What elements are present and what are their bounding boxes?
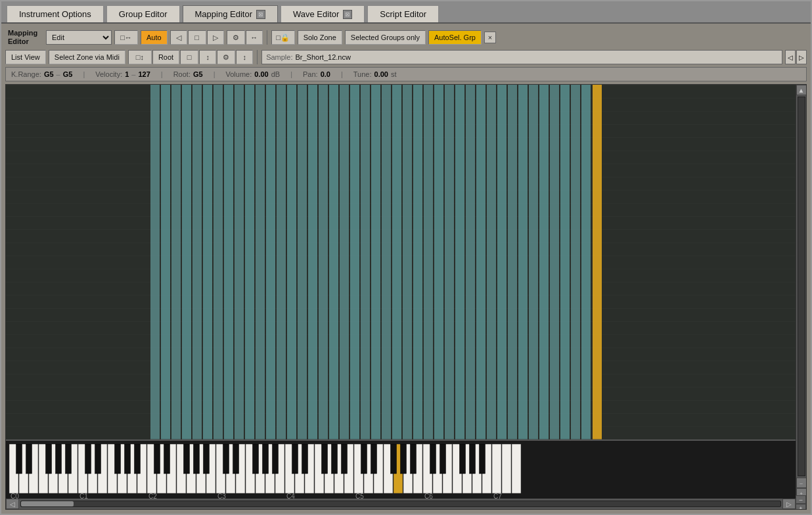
gear-v-icon[interactable]: ⚙	[217, 50, 235, 64]
zone-select-v-icon[interactable]: □	[180, 50, 198, 64]
root-value: G5	[193, 70, 203, 78]
tab-script-editor[interactable]: Script Editor	[367, 5, 439, 22]
svg-rect-98	[492, 444, 501, 493]
krange-end: G5	[63, 70, 73, 78]
zone-blocks	[150, 85, 602, 439]
v-scroll-track[interactable]	[798, 97, 805, 476]
solo-zone-button[interactable]: Solo Zone	[298, 30, 342, 45]
arrow-right-icon[interactable]: ▷	[207, 30, 224, 45]
content-area: MappingEditor Edit □↔ Auto ◁ □ ▷ ⚙ ↔ □🔒	[1, 24, 811, 514]
svg-rect-44	[560, 85, 570, 439]
svg-rect-40	[518, 85, 528, 439]
svg-rect-135	[480, 444, 485, 474]
scroll-down-button[interactable]: –	[796, 478, 807, 488]
svg-rect-103	[46, 444, 52, 474]
tab-group-editor-label: Group Editor	[119, 9, 168, 19]
svg-rect-33	[445, 85, 454, 439]
root-button[interactable]: Root	[152, 50, 179, 64]
gear-arrow-icon[interactable]: ↔	[246, 30, 263, 45]
tune-value: 0.00	[374, 70, 388, 78]
svg-rect-126	[361, 444, 367, 474]
svg-rect-113	[184, 444, 190, 474]
grid-area[interactable]	[6, 85, 796, 439]
piano-keyboard[interactable]: C0C1C2C3C4C5C6C7 (function() { const svg…	[6, 439, 796, 499]
svg-rect-125	[342, 444, 348, 474]
svg-rect-42	[539, 85, 549, 439]
svg-rect-28	[392, 85, 401, 439]
svg-rect-20	[308, 85, 317, 439]
stretch-vertical-icon[interactable]: □↕	[128, 50, 152, 64]
svg-rect-108	[115, 444, 121, 474]
pan-item: Pan: 0.0	[303, 70, 330, 78]
svg-rect-123	[322, 444, 328, 474]
svg-rect-10	[203, 85, 212, 439]
zoom-minus-button[interactable]: –	[796, 495, 806, 504]
toolbar-row-1: MappingEditor Edit □↔ Auto ◁ □ ▷ ⚙ ↔ □🔒	[5, 28, 807, 47]
tab-mapping-editor[interactable]: Mapping Editor ⊠	[183, 5, 278, 22]
svg-rect-118	[253, 444, 259, 474]
svg-text:C4: C4	[286, 493, 295, 499]
tab-instrument-options[interactable]: Instrument Options	[7, 5, 104, 22]
svg-rect-37	[487, 85, 496, 439]
mapping-grid[interactable]: C0C1C2C3C4C5C6C7 (function() { const svg…	[6, 85, 796, 499]
zoom-plus-button[interactable]: +	[796, 504, 806, 510]
autosel-grp-button[interactable]: AutoSel. Grp	[428, 30, 482, 45]
scroll-left-button[interactable]: ◁	[6, 499, 19, 509]
close-button[interactable]: ×	[484, 32, 496, 43]
svg-rect-129	[401, 444, 407, 474]
v-scrollbar: ▲ – +	[796, 85, 806, 499]
h-scroll-area[interactable]: ◁ ▷	[6, 499, 796, 509]
velocity-end: 127	[138, 70, 150, 78]
sample-prev-button[interactable]: ◁	[785, 50, 796, 64]
velocity-dash: –	[131, 70, 135, 78]
pan-value: 0.0	[321, 70, 330, 78]
scroll-right-button[interactable]: ▷	[782, 499, 796, 509]
svg-rect-43	[550, 85, 559, 439]
gear-arrow-v-icon[interactable]: ↕	[236, 50, 253, 64]
edit-dropdown[interactable]: Edit	[46, 30, 112, 45]
svg-rect-26	[371, 85, 380, 439]
svg-rect-100	[512, 444, 521, 493]
svg-rect-9	[192, 85, 202, 439]
svg-rect-116	[223, 444, 229, 474]
select-zone-midi-button[interactable]: Select Zone via Midi	[49, 50, 125, 64]
svg-rect-101	[16, 444, 22, 474]
svg-rect-14	[245, 85, 254, 439]
svg-rect-134	[470, 444, 476, 474]
svg-rect-8	[182, 85, 191, 439]
svg-rect-17	[277, 85, 286, 439]
sample-name: Br_Short_12.ncw	[295, 53, 350, 61]
volume-label: Volume:	[226, 70, 252, 78]
svg-rect-36	[476, 85, 485, 439]
stretch-horizontal-icon[interactable]: □↔	[114, 30, 138, 45]
svg-rect-13	[235, 85, 244, 439]
tab-wave-editor[interactable]: Wave Editor ⊠	[281, 5, 365, 22]
svg-rect-131	[430, 444, 436, 474]
lock-piano-icon[interactable]: □🔒	[271, 30, 295, 45]
svg-rect-16	[266, 85, 275, 439]
list-view-button[interactable]: List View	[5, 50, 46, 64]
selected-groups-button[interactable]: Selected Groups only	[345, 30, 426, 45]
tab-group-editor[interactable]: Group Editor	[106, 5, 180, 22]
svg-rect-39	[508, 85, 517, 439]
zone-arrow-v-icon[interactable]: ↕	[199, 50, 216, 64]
auto-button[interactable]: Auto	[141, 30, 168, 45]
svg-rect-24	[350, 85, 359, 439]
gear-link-icon[interactable]: ⚙	[227, 30, 245, 45]
tab-bar: Instrument Options Group Editor Mapping …	[1, 1, 811, 24]
svg-rect-120	[273, 444, 279, 474]
h-scroll-track[interactable]	[20, 501, 781, 507]
svg-rect-130	[411, 444, 417, 474]
krange-dash: –	[56, 70, 60, 78]
zone-select-icon[interactable]: □	[188, 30, 206, 45]
scroll-up-button[interactable]: ▲	[796, 85, 807, 95]
svg-rect-7	[171, 85, 181, 439]
arrow-left-icon[interactable]: ◁	[170, 30, 187, 45]
status-bar: K.Range: G5 – G5 | Velocity: 1 – 127 | R…	[5, 67, 807, 81]
svg-rect-25	[361, 85, 370, 439]
svg-rect-22	[329, 85, 338, 439]
piano-svg: C0C1C2C3C4C5C6C7 (function() { const svg…	[6, 441, 796, 499]
svg-rect-106	[85, 444, 91, 474]
sample-next-button[interactable]: ▷	[796, 50, 807, 64]
svg-rect-11	[214, 85, 223, 439]
